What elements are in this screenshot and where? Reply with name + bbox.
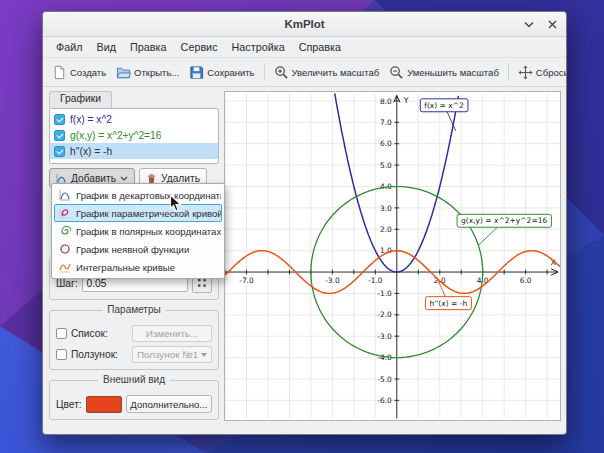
svg-text:7.0: 7.0	[380, 118, 392, 127]
plot-canvas: -7.0-3.0-1.02.04.06.08.07.06.05.04.03.02…	[225, 92, 560, 420]
svg-text:8.0: 8.0	[380, 97, 392, 106]
polar-plot-icon	[59, 225, 71, 237]
mouse-cursor-icon	[169, 194, 182, 217]
svg-text:-2.0: -2.0	[377, 310, 392, 319]
checkbox-unchecked-icon[interactable]	[56, 328, 67, 339]
svg-text:-6.0: -6.0	[377, 396, 392, 405]
group-title: Внешний вид	[98, 374, 170, 385]
desktop: { "window": { "title": "KmPlot" }, "menu…	[0, 0, 604, 453]
menu-view[interactable]: Вид	[90, 39, 124, 55]
color-label: Цвет:	[56, 399, 82, 410]
checkbox-unchecked-icon[interactable]	[56, 349, 67, 360]
zoom-reset-button[interactable]: Сбросить масштаб	[513, 62, 566, 83]
trash-icon	[146, 173, 157, 184]
svg-text:-1.0: -1.0	[377, 289, 392, 298]
svg-text:f(x) = x^2: f(x) = x^2	[424, 101, 464, 110]
document-open-icon	[116, 65, 131, 80]
group-title: Параметры	[102, 304, 165, 315]
parameters-group: Параметры Список: Изменить... Ползунок: …	[49, 310, 219, 370]
advanced-button[interactable]: Дополнительно...	[126, 395, 212, 413]
titlebar[interactable]: KmPlot	[43, 12, 566, 37]
svg-text:2.0: 2.0	[380, 225, 392, 234]
zoom-in-icon	[274, 65, 289, 80]
function-label: h''(x) = -h	[70, 146, 112, 157]
chevron-down-icon	[201, 353, 207, 357]
chevron-down-icon	[120, 176, 128, 181]
menu-item-parametric-plot[interactable]: График параметрической кривой	[54, 204, 222, 222]
close-button[interactable]	[546, 18, 558, 30]
save-button[interactable]: Сохранить	[184, 62, 259, 83]
window-title: KmPlot	[284, 18, 324, 30]
chevron-down-icon	[524, 21, 534, 28]
toolbar: Создать Открыть... Сохранить Увеличить м…	[43, 58, 566, 87]
menu-file[interactable]: Файл	[49, 39, 90, 55]
toolbar-separator	[508, 63, 509, 81]
document-new-icon	[52, 65, 67, 80]
tab-plots[interactable]: Графики	[49, 91, 112, 108]
appearance-group: Внешний вид Цвет: Дополнительно...	[49, 380, 219, 420]
function-row-f[interactable]: f(x) = x^2	[50, 111, 218, 127]
implicit-plot-icon	[59, 243, 71, 255]
svg-text:-3.0: -3.0	[377, 332, 392, 341]
function-list: f(x) = x^2 g(x,y) = x^2+y^2=16 h''(x) = …	[49, 108, 219, 164]
zoom-out-button[interactable]: Уменьшить масштаб	[384, 62, 504, 83]
menubar: Файл Вид Правка Сервис Настройка Справка	[43, 37, 566, 58]
keypad-icon	[197, 278, 207, 288]
list-option-label: Список:	[71, 328, 128, 339]
toolbar-separator	[264, 63, 265, 81]
open-button[interactable]: Открыть...	[111, 62, 184, 83]
edit-list-button[interactable]: Изменить...	[132, 325, 212, 342]
menu-edit[interactable]: Правка	[123, 39, 173, 55]
svg-text:h''(x) = -h: h''(x) = -h	[429, 299, 467, 308]
checkbox-checked-icon[interactable]	[54, 130, 65, 141]
slider-option-label: Ползунок:	[71, 349, 128, 360]
kmplot-window: KmPlot Файл Вид Правка Сервис Настройка …	[42, 11, 567, 435]
zoom-out-icon	[389, 65, 404, 80]
add-plot-icon	[56, 173, 67, 184]
function-label: f(x) = x^2	[70, 114, 112, 125]
svg-text:g(x,y) = x^2+y^2=16: g(x,y) = x^2+y^2=16	[461, 216, 547, 225]
checkbox-checked-icon[interactable]	[54, 114, 65, 125]
close-icon	[548, 20, 557, 29]
step-label: Шаг:	[56, 278, 78, 289]
cartesian-plot-icon	[59, 189, 71, 201]
window-controls	[523, 12, 558, 36]
svg-text:6.0: 6.0	[380, 139, 392, 148]
add-plot-menu: График в декартовых координатах График п…	[51, 183, 225, 279]
svg-text:Y: Y	[403, 96, 409, 105]
menu-item-cartesian-plot[interactable]: График в декартовых координатах	[54, 186, 222, 204]
color-swatch-button[interactable]	[86, 396, 122, 413]
menu-tools[interactable]: Сервис	[174, 39, 225, 55]
svg-text:-7.0: -7.0	[239, 276, 254, 285]
menu-item-implicit-plot[interactable]: График неявной функции	[54, 240, 222, 258]
zoom-in-button[interactable]: Увеличить масштаб	[269, 62, 385, 83]
svg-text:-5.0: -5.0	[377, 375, 392, 384]
function-row-g[interactable]: g(x,y) = x^2+y^2=16	[50, 127, 218, 143]
menu-item-integral-curves[interactable]: Интегральные кривые	[54, 258, 222, 276]
function-panel: Графики f(x) = x^2 g(x,y) = x^2+y^2=16 h…	[49, 91, 219, 421]
slider-select[interactable]: Ползунок №1	[132, 346, 212, 363]
svg-text:3.0: 3.0	[380, 204, 392, 213]
svg-text:-1.0: -1.0	[368, 276, 383, 285]
function-row-h[interactable]: h''(x) = -h	[50, 143, 218, 159]
plot-area[interactable]: -7.0-3.0-1.02.04.06.08.07.06.05.04.03.02…	[224, 91, 561, 421]
svg-text:-3.0: -3.0	[325, 276, 340, 285]
function-label: g(x,y) = x^2+y^2=16	[70, 130, 161, 141]
document-save-icon	[189, 65, 204, 80]
menu-help[interactable]: Справка	[292, 39, 348, 55]
svg-text:6.0: 6.0	[520, 276, 532, 285]
main-content: Графики f(x) = x^2 g(x,y) = x^2+y^2=16 h…	[43, 87, 566, 437]
menu-settings[interactable]: Настройка	[225, 39, 292, 55]
menu-item-polar-plot[interactable]: График в полярных координатах	[54, 222, 222, 240]
svg-text:5.0: 5.0	[380, 161, 392, 170]
minimize-button[interactable]	[523, 18, 535, 30]
new-button[interactable]: Создать	[47, 62, 111, 83]
parametric-plot-icon	[59, 207, 71, 219]
checkbox-checked-icon[interactable]	[54, 146, 65, 157]
zoom-reset-icon	[518, 65, 533, 80]
integral-plot-icon	[59, 261, 71, 273]
